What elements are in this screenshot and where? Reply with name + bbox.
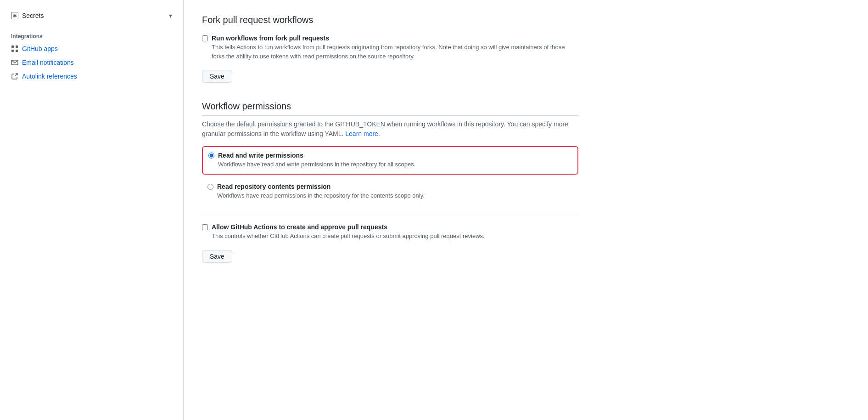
read-only-content: Read repository contents permission Work… [217, 183, 425, 200]
svg-rect-3 [16, 50, 18, 52]
fork-workflow-checkbox[interactable] [202, 35, 208, 41]
secrets-label: Secrets [22, 12, 44, 19]
workflow-permissions-divider [202, 214, 578, 214]
main-content: Fork pull request workflows Run workflow… [184, 0, 597, 420]
workflow-permissions-section: Workflow permissions Choose the default … [202, 101, 578, 263]
sidebar: ✱ Secrets ▾ Integrations GitHub apps Ema… [0, 0, 184, 420]
fork-section-title: Fork pull request workflows [202, 15, 578, 29]
workflow-permissions-title: Workflow permissions [202, 101, 578, 116]
email-notifications-label: Email notifications [22, 59, 74, 66]
allow-actions-checkbox[interactable] [202, 224, 208, 230]
workflow-save-button[interactable]: Save [202, 250, 232, 263]
svg-rect-2 [11, 50, 14, 52]
learn-more-link[interactable]: Learn more. [345, 130, 380, 137]
link-external-icon [11, 73, 18, 80]
fork-workflow-checkbox-row: Run workflows from fork pull requests Th… [202, 34, 578, 61]
read-write-content: Read and write permissions Workflows hav… [218, 152, 415, 169]
fork-workflow-checkbox-label[interactable]: Run workflows from fork pull requests [212, 34, 329, 42]
fork-save-button[interactable]: Save [202, 70, 232, 83]
read-only-description: Workflows have read permissions in the r… [217, 191, 425, 200]
fork-workflow-checkbox-content: Run workflows from fork pull requests Th… [212, 34, 578, 61]
workflow-permissions-description: Choose the default permissions granted t… [202, 119, 578, 139]
sidebar-item-email-notifications[interactable]: Email notifications [7, 56, 176, 69]
workflow-permissions-radio-group: Read and write permissions Workflows hav… [202, 146, 578, 204]
sidebar-item-github-apps[interactable]: GitHub apps [7, 42, 176, 55]
sidebar-item-autolink-references[interactable]: Autolink references [7, 70, 176, 83]
allow-actions-label[interactable]: Allow GitHub Actions to create and appro… [212, 223, 387, 231]
allow-actions-description: This controls whether GitHub Actions can… [212, 232, 485, 241]
svg-rect-0 [11, 45, 14, 48]
allow-actions-checkbox-row: Allow GitHub Actions to create and appro… [202, 223, 578, 241]
read-write-radio-row: Read and write permissions Workflows hav… [202, 146, 578, 175]
asterisk-icon: ✱ [11, 12, 18, 19]
chevron-down-icon: ▾ [169, 12, 172, 19]
github-apps-label: GitHub apps [22, 45, 58, 52]
read-only-label[interactable]: Read repository contents permission [217, 183, 330, 190]
fork-section: Fork pull request workflows Run workflow… [202, 15, 578, 83]
autolink-references-label: Autolink references [22, 73, 77, 80]
read-only-radio[interactable] [207, 184, 213, 190]
mail-icon [11, 59, 18, 66]
allow-actions-content: Allow GitHub Actions to create and appro… [212, 223, 485, 241]
fork-workflow-checkbox-description: This tells Actions to run workflows from… [212, 43, 578, 61]
sidebar-item-secrets[interactable]: ✱ Secrets ▾ [7, 9, 176, 22]
integrations-group-label: Integrations [7, 26, 176, 42]
svg-line-5 [15, 74, 17, 76]
read-write-description: Workflows have read and write permission… [218, 160, 415, 169]
read-only-radio-row: Read repository contents permission Work… [202, 178, 578, 205]
svg-rect-1 [16, 45, 18, 48]
apps-icon [11, 45, 18, 52]
read-write-radio[interactable] [208, 153, 214, 159]
read-write-label[interactable]: Read and write permissions [218, 152, 303, 159]
